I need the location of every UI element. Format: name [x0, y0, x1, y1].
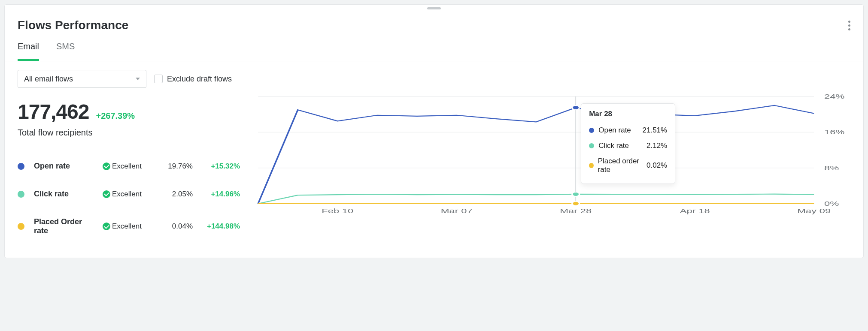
exclude-draft-checkbox[interactable] [154, 75, 163, 83]
svg-text:May 09: May 09 [797, 208, 831, 214]
chart-x-axis: Feb 10Mar 07Mar 28Apr 18May 09 [322, 208, 831, 214]
chart-tooltip: Mar 28 Open rate 21.51% Click rate 2.12% [581, 103, 675, 184]
legend-dot-click [18, 191, 24, 198]
line-chart[interactable]: Feb 10Mar 07Mar 28Apr 18May 09 0%8%16%24… [254, 92, 850, 217]
flow-filter-select[interactable]: All email flows [18, 70, 146, 88]
tooltip-dot-icon [589, 163, 593, 168]
legend-dot-open [18, 163, 24, 170]
metric-delta: +144.98% [197, 222, 240, 231]
chart-y-axis: 0%8%16%24% [824, 93, 844, 207]
legend-dot-placed-order [18, 223, 24, 230]
metric-badge: Excellent [103, 222, 154, 231]
metric-value: 2.05% [158, 190, 193, 199]
svg-text:Mar 28: Mar 28 [560, 208, 592, 214]
svg-point-6 [572, 192, 580, 196]
tab-sms[interactable]: SMS [56, 42, 75, 61]
flows-performance-card: Flows Performance Email SMS All email fl… [4, 4, 864, 258]
card-title: Flows Performance [18, 18, 128, 32]
metric-delta: +14.96% [197, 190, 240, 199]
tooltip-dot-icon [589, 128, 594, 133]
svg-point-7 [572, 202, 580, 206]
svg-text:0%: 0% [824, 200, 839, 207]
metrics-list: Open rate Excellent 19.76% +15.32% Click… [18, 152, 241, 245]
svg-text:Mar 07: Mar 07 [441, 208, 473, 214]
metric-value: 0.04% [158, 222, 193, 231]
chevron-down-icon [136, 78, 140, 80]
chart-area[interactable]: Feb 10Mar 07Mar 28Apr 18May 09 0%8%16%24… [254, 92, 850, 245]
metric-name: Click rate [34, 190, 98, 199]
metric-name: Placed Order rate [34, 217, 98, 235]
svg-text:8%: 8% [824, 165, 839, 172]
summary-panel: 177,462 +267.39% Total flow recipients O… [18, 92, 241, 245]
total-recipients-delta: +267.39% [96, 111, 135, 121]
chart-series [258, 105, 814, 204]
flow-filter-value: All email flows [24, 75, 73, 84]
svg-text:Apr 18: Apr 18 [680, 208, 710, 214]
check-circle-icon [103, 162, 110, 170]
tooltip-dot-icon [589, 143, 594, 148]
svg-text:Feb 10: Feb 10 [322, 208, 353, 214]
metric-delta: +15.32% [197, 162, 240, 171]
total-recipients-value: 177,462 [18, 100, 89, 123]
svg-text:16%: 16% [824, 129, 844, 135]
metric-row-click-rate: Click rate Excellent 2.05% +14.96% [18, 180, 241, 208]
total-recipients-label: Total flow recipients [18, 128, 241, 138]
tooltip-title: Mar 28 [589, 110, 667, 118]
exclude-draft-checkbox-wrap[interactable]: Exclude draft flows [154, 75, 232, 84]
exclude-draft-label: Exclude draft flows [167, 75, 232, 84]
chart-gridlines [258, 96, 814, 204]
tab-email[interactable]: Email [18, 42, 39, 61]
drag-handle[interactable] [427, 7, 441, 9]
check-circle-icon [103, 223, 110, 230]
tooltip-row: Click rate 2.12% [589, 138, 667, 153]
metric-row-open-rate: Open rate Excellent 19.76% +15.32% [18, 152, 241, 180]
tooltip-row: Placed order rate 0.02% [589, 153, 667, 178]
check-circle-icon [103, 190, 110, 198]
tooltip-row: Open rate 21.51% [589, 123, 667, 138]
metric-name: Open rate [34, 162, 98, 171]
svg-text:24%: 24% [824, 93, 844, 100]
metric-badge: Excellent [103, 162, 154, 171]
svg-point-5 [572, 105, 580, 110]
metric-value: 19.76% [158, 162, 193, 171]
more-menu-icon[interactable] [848, 19, 850, 32]
tabs: Email SMS [5, 32, 863, 61]
chart-hover-indicator [572, 96, 580, 206]
metric-row-placed-order-rate: Placed Order rate Excellent 0.04% +144.9… [18, 208, 241, 245]
metric-badge: Excellent [103, 190, 154, 199]
